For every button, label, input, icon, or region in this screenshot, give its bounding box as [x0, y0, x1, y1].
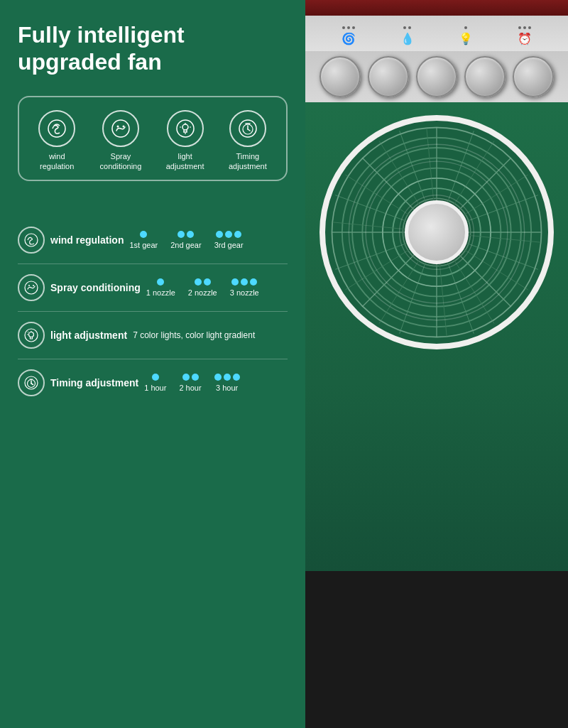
timing-3-label: 3 hour [216, 384, 238, 392]
fan-ctrl-icon: 🌀 [342, 32, 356, 45]
cdot-9 [528, 26, 531, 29]
fan-ctrl-top: 🌀 💧 💡 ⏰ [305, 16, 568, 51]
fan-center-hub [405, 200, 469, 264]
right-panel: .right-panel { background: #1a1a1a; posi… [305, 0, 568, 728]
svg-line-22 [28, 332, 28, 332]
timing-dot-3c [233, 374, 240, 381]
feature-light: lightadjustment [166, 110, 204, 172]
spec-wind-name: wind regulation [50, 234, 124, 246]
svg-line-27 [31, 384, 33, 385]
wind-1st: 1st gear [129, 231, 158, 249]
spec-section: wind regulation 1st gear 2nd gear [18, 217, 288, 406]
cdot-1 [342, 26, 345, 29]
timing-1: 1 hour [144, 374, 166, 392]
svg-point-4 [177, 120, 194, 137]
left-panel: Fully intelligent upgraded fan windregul… [0, 0, 305, 728]
timing-dot-1 [152, 374, 159, 381]
wind-2nd-label: 2nd gear [170, 241, 201, 249]
svg-point-2 [116, 125, 119, 127]
svg-point-18 [33, 285, 34, 286]
wind-dot-2b [187, 231, 194, 238]
wind-dot-3c [234, 231, 241, 238]
cdot-3 [352, 26, 355, 29]
fan-grille-outer [320, 115, 554, 349]
spray-ctrl-icon: 💧 [400, 32, 415, 45]
svg-point-3 [122, 125, 124, 127]
ctrl-fan-dots [342, 26, 355, 29]
spray-1: 1 nozzle [146, 278, 175, 297]
spec-timing-name: Timing adjustment [50, 376, 138, 389]
timing-dot-2a [182, 374, 190, 381]
timing-2-label: 2 hour [179, 384, 201, 392]
spec-light-name: light adjustment [50, 329, 127, 342]
fan-control-area: 🌀 💧 💡 ⏰ [305, 16, 568, 102]
cdot-2 [347, 26, 350, 29]
cdot-6 [464, 26, 467, 29]
light-ctrl-icon: 💡 [459, 32, 473, 45]
spray-dot-2b [204, 278, 211, 286]
spray-options: 1 nozzle 2 nozzle 3 nozzle [146, 278, 288, 297]
ctrl-timer-grp: ⏰ [518, 26, 532, 45]
spray-dot-3a [231, 278, 239, 286]
wind-3rd-label: 3rd gear [214, 241, 244, 249]
cdot-7 [518, 26, 521, 29]
spray-2: 2 nozzle [188, 278, 217, 297]
timing-1-label: 1 hour [144, 384, 166, 392]
spray-icon [102, 110, 139, 147]
feature-wind: windregulation [38, 110, 75, 172]
spray-label: Sprayconditioning [100, 151, 142, 172]
light-desc: 7 color lights, color light gradient [133, 330, 255, 340]
spec-spray-icon [18, 274, 45, 301]
knob-2[interactable] [368, 56, 409, 97]
main-title: Fully intelligent upgraded fan [18, 21, 288, 76]
wind-dot-3b [225, 231, 232, 238]
knob-1[interactable] [320, 56, 361, 97]
ctrl-light-grp: 💡 [459, 26, 473, 45]
spec-light-icon [18, 322, 45, 349]
timing-dot-3a [214, 374, 222, 381]
spec-wind-icon [18, 227, 45, 254]
wind-label: windregulation [40, 151, 74, 172]
fan-grille-area [305, 102, 568, 571]
knob-3[interactable] [416, 56, 457, 97]
wind-1st-label: 1st gear [129, 241, 158, 249]
light-label: lightadjustment [166, 151, 204, 172]
knob-5[interactable] [513, 56, 554, 97]
svg-point-20 [29, 332, 34, 337]
svg-line-13 [248, 129, 250, 131]
svg-point-17 [28, 285, 30, 286]
feature-spray: Sprayconditioning [100, 110, 142, 172]
feature-timing: Timingadjustment [229, 110, 267, 172]
timing-dot-2b [192, 374, 199, 381]
svg-point-5 [182, 124, 188, 130]
spray-2-label: 2 nozzle [188, 288, 217, 297]
fan-top-red [305, 0, 568, 16]
wind-icon [38, 110, 75, 147]
spray-dot-1 [157, 278, 164, 286]
spray-1-label: 1 nozzle [146, 288, 175, 297]
wind-3rd: 3rd gear [214, 231, 244, 249]
wind-dot-3a [216, 231, 223, 238]
spec-wind-row: wind regulation 1st gear 2nd gear [18, 217, 288, 264]
features-box: windregulation Sprayconditioning [18, 96, 288, 182]
timing-options: 1 hour 2 hour 3 hour [144, 374, 288, 392]
wind-2nd: 2nd gear [170, 231, 201, 249]
cdot-8 [523, 26, 526, 29]
spec-timing-icon [18, 369, 45, 396]
timing-3: 3 hour [214, 374, 240, 392]
cdot-4 [403, 26, 406, 29]
spec-spray-name: Spray conditioning [50, 281, 141, 294]
spray-dot-3c [250, 278, 257, 286]
spec-timing-row: Timing adjustment 1 hour 2 hour [18, 359, 288, 406]
wind-options: 1st gear 2nd gear 3rd gear [129, 231, 288, 249]
timing-2: 2 hour [179, 374, 201, 392]
spec-spray-row: Spray conditioning 1 nozzle 2 nozzle [18, 264, 288, 312]
timing-dot-3b [224, 374, 231, 381]
fan-knobs-area [305, 51, 568, 102]
ctrl-spray-dots [403, 26, 411, 29]
cdot-5 [408, 26, 411, 29]
ctrl-light-dots [464, 26, 467, 29]
ctrl-fan-grp: 🌀 [342, 26, 356, 45]
knob-4[interactable] [464, 56, 506, 97]
timing-label: Timingadjustment [229, 151, 267, 172]
